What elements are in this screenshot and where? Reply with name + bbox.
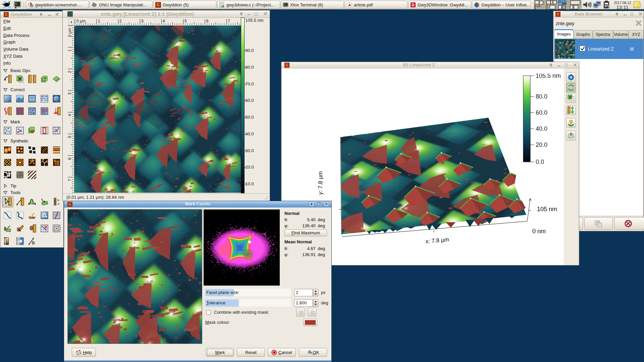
svg-text:0.0: 0.0 bbox=[536, 159, 544, 165]
svg-text:μ: μ bbox=[58, 198, 59, 201]
svg-text:20.0: 20.0 bbox=[246, 165, 254, 170]
svg-text:4: 4 bbox=[67, 114, 72, 116]
svg-text:7: 7 bbox=[67, 179, 72, 181]
svg-text:1: 1 bbox=[67, 49, 72, 52]
svg-text:6: 6 bbox=[206, 19, 209, 23]
svg-text:2: 2 bbox=[119, 19, 122, 23]
svg-text:105 nm: 105 nm bbox=[537, 206, 557, 213]
svg-text:50.0: 50.0 bbox=[246, 115, 254, 120]
svg-text:5: 5 bbox=[184, 19, 187, 23]
svg-text:1: 1 bbox=[98, 19, 100, 23]
svg-text:60.0: 60.0 bbox=[536, 109, 547, 116]
svg-text:7: 7 bbox=[228, 19, 230, 23]
svg-text:0 nm: 0 nm bbox=[532, 228, 546, 235]
svg-text:2: 2 bbox=[67, 71, 72, 73]
svg-text:0 µm: 0 µm bbox=[76, 19, 86, 23]
svg-text:105.5 nm: 105.5 nm bbox=[536, 74, 561, 79]
svg-text:40.0: 40.0 bbox=[246, 131, 254, 136]
svg-text:3: 3 bbox=[141, 19, 144, 23]
svg-text:5: 5 bbox=[67, 136, 72, 138]
svg-text:0 µm: 0 µm bbox=[67, 28, 72, 37]
svg-text:20.0: 20.0 bbox=[536, 141, 547, 148]
svg-text:σ: σ bbox=[58, 202, 60, 205]
svg-text:60.0: 60.0 bbox=[246, 98, 254, 103]
svg-text:90.0: 90.0 bbox=[246, 48, 254, 53]
svg-text:70.0: 70.0 bbox=[246, 81, 254, 86]
svg-text:40.0: 40.0 bbox=[536, 125, 547, 132]
svg-text:105.5 nm: 105.5 nm bbox=[246, 18, 264, 23]
svg-text:6: 6 bbox=[67, 158, 72, 160]
svg-text:10.0: 10.0 bbox=[246, 181, 254, 186]
svg-text:80.0: 80.0 bbox=[246, 65, 254, 70]
svg-text:80.0: 80.0 bbox=[536, 93, 547, 100]
svg-text:3: 3 bbox=[67, 93, 72, 95]
svg-text:30.0: 30.0 bbox=[246, 148, 254, 153]
svg-text:y: 7.8 µm: y: 7.8 µm bbox=[317, 171, 324, 195]
svg-text:4: 4 bbox=[163, 19, 165, 23]
svg-text:D: D bbox=[412, 3, 415, 7]
